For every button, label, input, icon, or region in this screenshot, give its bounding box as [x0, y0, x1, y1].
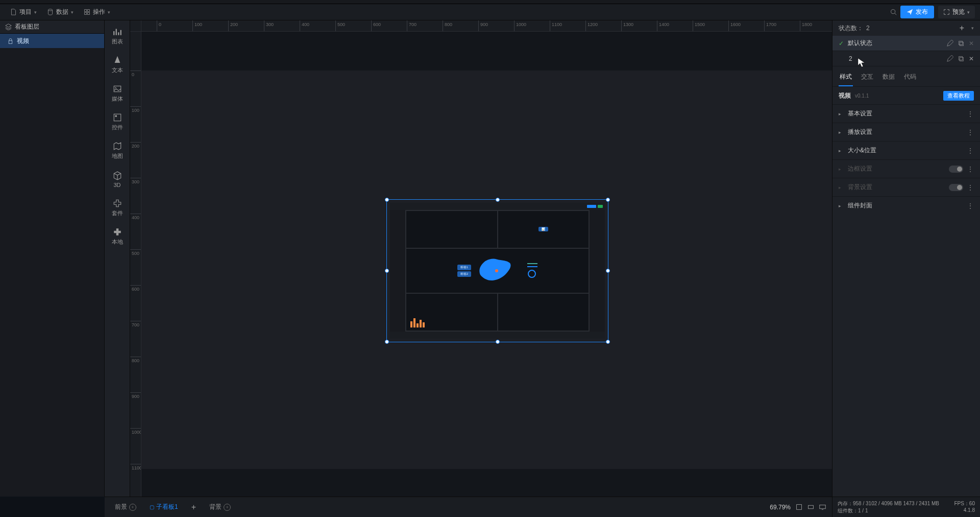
publish-button[interactable]: 发布 [900, 6, 934, 18]
resize-handle[interactable] [385, 340, 389, 344]
tutorial-button[interactable]: 查看教程 [943, 91, 974, 101]
copy-icon[interactable] [958, 55, 965, 62]
component-version: v0.1.1 [855, 93, 869, 99]
section-bg[interactable]: ▸背景设置⋮ [832, 178, 980, 196]
menu-project-label: 项目 [19, 8, 32, 16]
more-icon[interactable]: ⋮ [967, 129, 974, 136]
svg-rect-2 [87, 10, 89, 12]
resize-handle[interactable] [606, 340, 610, 344]
rail-3d[interactable]: 3D [106, 168, 129, 191]
layers-title: 看板图层 [15, 22, 39, 31]
properties-panel: 状态数： 2 + ▾ ✓ 默认状态 ✕ 2 ✕ 样式 交互 数据 代码 [832, 20, 980, 497]
tab-foreground[interactable]: 前景+ [111, 501, 140, 513]
border-toggle[interactable] [949, 166, 963, 173]
rail-text[interactable]: 文本 [106, 53, 129, 77]
rail-local[interactable]: 本地 [106, 225, 129, 248]
menu-ops-label: 操作 [93, 8, 105, 16]
resize-handle[interactable] [385, 269, 389, 273]
state-2-label: 2 [849, 55, 852, 62]
edit-icon[interactable] [946, 40, 953, 47]
resize-handle[interactable] [496, 340, 500, 344]
db-icon [47, 9, 54, 15]
close-icon[interactable]: ✕ [969, 40, 974, 47]
resize-handle[interactable] [606, 198, 610, 202]
expand-icon [943, 9, 950, 15]
layers-panel: 看板图层 视频 [0, 20, 105, 497]
zoom-value[interactable]: 69.79% [770, 504, 791, 511]
add-state-button[interactable]: + [960, 24, 964, 33]
svg-rect-16 [960, 57, 963, 61]
tab-code[interactable]: 代码 [903, 70, 917, 86]
layers-icon [5, 24, 12, 30]
svg-rect-19 [820, 505, 825, 508]
resize-handle[interactable] [496, 198, 500, 202]
chevron-down-icon: ▾ [71, 10, 74, 15]
rail-media[interactable]: 媒体 [106, 82, 129, 105]
svg-rect-13 [959, 41, 963, 44]
copy-icon[interactable] [958, 40, 965, 47]
rail-map[interactable]: 地图 [106, 139, 129, 162]
send-icon [906, 9, 913, 15]
layer-label: 视频 [17, 37, 29, 45]
publish-label: 发布 [916, 8, 928, 16]
edit-icon[interactable] [946, 55, 953, 62]
status-bar: 内存：958 / 3102 / 4096 MB 1473 / 2431 MBFP… [832, 497, 980, 517]
close-icon[interactable]: ✕ [969, 55, 974, 62]
section-play[interactable]: ▸播放设置⋮ [832, 123, 980, 141]
svg-rect-18 [808, 505, 814, 509]
svg-point-12 [528, 270, 535, 277]
layer-item-video[interactable]: 视频 [0, 34, 104, 48]
tab-style[interactable]: 样式 [839, 70, 853, 86]
component-title-row: 视频 v0.1.1 查看教程 [832, 87, 980, 104]
add-tab-button[interactable]: + [187, 501, 200, 514]
ruler-corner [130, 20, 141, 32]
section-cover[interactable]: ▸组件封面⋮ [832, 196, 980, 215]
selection-box[interactable]: 📊 标签1标签2 [386, 199, 608, 342]
lock-icon [7, 38, 14, 44]
fit-icon[interactable] [796, 504, 802, 510]
grid-icon[interactable] [807, 504, 814, 510]
resize-handle[interactable] [385, 198, 389, 202]
canvas[interactable]: 0100200300400500600700800900100011001200… [130, 20, 832, 497]
tab-background[interactable]: 背景+ [205, 501, 235, 513]
add-icon[interactable]: + [224, 504, 231, 511]
state-2[interactable]: 2 ✕ [832, 51, 980, 66]
ruler-vertical: 0100200300400500600700800900100011001200… [130, 32, 141, 497]
component-rail: 图表 文本 媒体 控件 地图 3D 套件 本地 [105, 20, 130, 497]
tab-data[interactable]: 数据 [881, 70, 896, 86]
chevron-down-icon[interactable]: ▾ [971, 26, 974, 31]
rail-control[interactable]: 控件 [106, 110, 129, 134]
check-icon: ✓ [839, 40, 844, 47]
preview-button[interactable]: 预览 ▾ [938, 6, 975, 18]
more-icon[interactable]: ⋮ [967, 110, 974, 118]
state-default-label: 默认状态 [848, 39, 872, 48]
preview-label: 预览 [952, 8, 965, 16]
tab-subboard[interactable]: ▢子看板1 [145, 501, 182, 513]
svg-point-11 [495, 269, 498, 272]
menu-ops[interactable]: 操作 ▾ [79, 4, 115, 20]
add-icon[interactable]: + [129, 504, 136, 511]
grid-icon [84, 9, 90, 15]
search-button[interactable] [886, 5, 900, 19]
menu-data-label: 数据 [56, 8, 68, 16]
rail-kit[interactable]: 套件 [106, 196, 129, 220]
resize-handle[interactable] [606, 269, 610, 273]
section-size[interactable]: ▸大小&位置⋮ [832, 141, 980, 159]
menu-data[interactable]: 数据 ▾ [42, 4, 79, 20]
svg-rect-4 [87, 12, 89, 14]
more-icon[interactable]: ⋮ [967, 184, 974, 191]
tab-interact[interactable]: 交互 [860, 70, 874, 86]
menu-project[interactable]: 项目 ▾ [5, 4, 42, 20]
status-version: 4.1.8 [964, 507, 975, 514]
bg-toggle[interactable] [949, 184, 963, 191]
svg-point-0 [48, 9, 52, 11]
section-border[interactable]: ▸边框设置⋮ [832, 159, 980, 178]
more-icon[interactable]: ⋮ [967, 147, 974, 154]
state-default[interactable]: ✓ 默认状态 ✕ [832, 36, 980, 51]
rail-chart[interactable]: 图表 [106, 25, 129, 48]
svg-rect-17 [797, 505, 802, 510]
more-icon[interactable]: ⋮ [967, 202, 974, 209]
section-basic[interactable]: ▸基本设置⋮ [832, 104, 980, 123]
screen-icon[interactable] [819, 504, 826, 510]
more-icon[interactable]: ⋮ [967, 166, 974, 173]
